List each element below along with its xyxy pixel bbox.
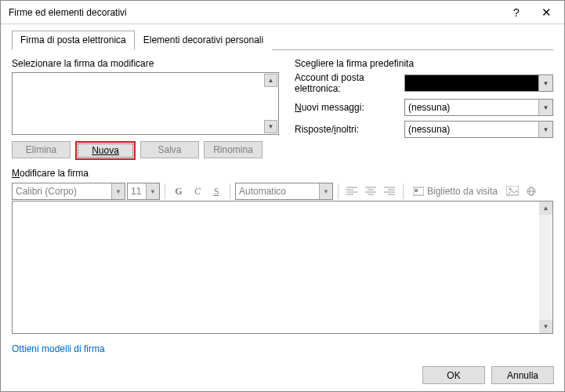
svg-point-15 [509, 188, 512, 191]
chevron-down-icon: ▼ [146, 183, 159, 199]
account-value [405, 75, 538, 91]
signature-editor[interactable]: ▲ ▼ [12, 201, 553, 334]
align-center-button[interactable] [362, 183, 379, 200]
chevron-down-icon: ▼ [538, 100, 552, 115]
insert-link-button[interactable] [523, 183, 540, 200]
title-bar: Firme ed elementi decorativi ? ✕ [1, 1, 564, 24]
bold-button[interactable]: G [170, 183, 187, 200]
separator [230, 183, 230, 199]
tab-email-signature[interactable]: Firma di posta elettronica [12, 31, 135, 50]
separator [338, 183, 339, 199]
chevron-down-icon: ▼ [111, 183, 125, 199]
default-signature-label: Scegliere la firma predefinita [295, 58, 553, 69]
replies-value: (nessuna) [405, 122, 538, 137]
rename-button[interactable]: Rinomina [204, 141, 263, 158]
business-card-button[interactable]: Biglietto da visita [408, 183, 502, 200]
insert-picture-button[interactable] [504, 183, 521, 200]
chevron-down-icon: ▼ [538, 75, 552, 91]
new-messages-value: (nessuna) [405, 100, 538, 115]
tab-stationery[interactable]: Elementi decorativi personali [135, 31, 272, 50]
new-messages-label: Nuovi messaggi: [295, 102, 404, 113]
separator [165, 183, 165, 199]
get-templates-link[interactable]: Ottieni modelli di firma [12, 343, 105, 354]
select-signature-label: Selezionare la firma da modificare [12, 58, 279, 69]
chevron-down-icon: ▼ [538, 122, 552, 137]
align-left-button[interactable] [343, 183, 360, 200]
underline-button[interactable]: S [208, 183, 225, 200]
italic-button[interactable]: C [189, 183, 206, 200]
scroll-down-icon[interactable]: ▼ [264, 120, 277, 133]
scrollbar[interactable]: ▲ ▼ [539, 201, 552, 333]
account-label: Account di posta elettronica: [295, 72, 404, 94]
replies-combo[interactable]: (nessuna) ▼ [404, 121, 553, 138]
font-combo[interactable]: Calibri (Corpo) ▼ [12, 183, 125, 200]
format-toolbar: Calibri (Corpo) ▼ 11 ▼ G C S Automatico … [12, 182, 553, 201]
scroll-up-icon[interactable]: ▲ [264, 74, 277, 87]
delete-button[interactable]: Elimina [12, 141, 71, 158]
scroll-up-icon[interactable]: ▲ [539, 201, 552, 215]
edit-signature-label: Modificare la firma [12, 168, 553, 179]
signature-listbox[interactable]: ▲ ▼ [12, 72, 279, 135]
card-icon [413, 187, 424, 196]
ok-button[interactable]: OK [422, 366, 485, 384]
font-size-combo[interactable]: 11 ▼ [127, 183, 160, 200]
window-title: Firme ed elementi decorativi [9, 7, 502, 18]
chevron-down-icon: ▼ [319, 183, 332, 199]
help-button[interactable]: ? [502, 2, 531, 24]
align-right-button[interactable] [381, 183, 398, 200]
account-combo[interactable]: ▼ [404, 74, 553, 92]
new-button[interactable]: Nuova [75, 141, 136, 160]
close-button[interactable]: ✕ [531, 2, 561, 24]
separator [403, 183, 404, 199]
tab-strip: Firma di posta elettronica Elementi deco… [12, 31, 553, 50]
replies-label: Risposte/inoltri: [295, 124, 404, 135]
scroll-down-icon[interactable]: ▼ [539, 320, 552, 333]
font-color-combo[interactable]: Automatico ▼ [235, 183, 333, 200]
save-button[interactable]: Salva [140, 141, 199, 158]
new-messages-combo[interactable]: (nessuna) ▼ [404, 99, 553, 116]
cancel-button[interactable]: Annulla [491, 366, 554, 384]
svg-rect-13 [415, 189, 418, 192]
